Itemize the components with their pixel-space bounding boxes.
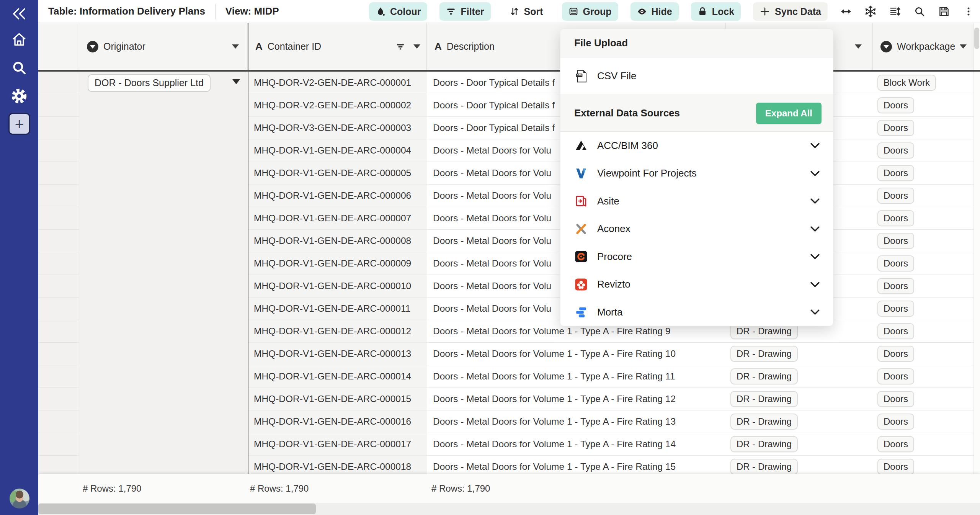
chevron-down-icon[interactable]	[810, 281, 820, 288]
cell-container-id[interactable]: MHQ-DOR-V1-GEN-DE-ARC-000005	[248, 162, 427, 185]
workpackage-chip[interactable]: Doors	[877, 210, 914, 226]
data-source-item[interactable]: ACC/BIM 360	[560, 132, 833, 160]
cell-workpackage[interactable]: Doors	[873, 410, 973, 433]
vertical-scrollbar[interactable]	[973, 23, 980, 474]
active-filter-icon[interactable]	[396, 42, 405, 54]
workpackage-chip[interactable]: Doors	[877, 255, 914, 271]
data-source-item[interactable]: Revizto	[560, 271, 833, 299]
row-height-icon[interactable]	[889, 5, 901, 18]
data-source-item[interactable]: Viewpoint For Projects	[560, 160, 833, 188]
search-icon[interactable]	[0, 58, 38, 77]
table-row[interactable]: MHQ-DOR-V1-GEN-DE-ARC-000012 Doors - Met…	[38, 320, 980, 343]
sync-data-button[interactable]: Sync Data	[753, 2, 828, 21]
column-width-icon[interactable]	[840, 5, 852, 18]
column-header-workpackage[interactable]: Workpackage	[873, 23, 973, 70]
cell-container-id[interactable]: MHQ-DOR-V1-GEN-DE-ARC-000016	[248, 410, 427, 433]
table-row[interactable]: MHQ-DOR-V1-GEN-DE-ARC-000004 Doors - Met…	[38, 139, 980, 162]
workpackage-chip[interactable]: Doors	[877, 368, 914, 384]
cell-document-type[interactable]: DR - Drawing	[726, 343, 873, 365]
table-row[interactable]: MHQ-DOR-V1-GEN-DE-ARC-000010 Doors - Met…	[38, 275, 980, 298]
cell-container-id[interactable]: MHQ-DOR-V1-GEN-DE-ARC-000004	[248, 139, 427, 162]
workpackage-chip[interactable]: Doors	[877, 120, 914, 136]
vertical-scrollbar-thumb[interactable]	[974, 28, 979, 49]
table-row[interactable]: MHQ-DOR-V1-GEN-DE-ARC-000017 Doors - Met…	[38, 433, 980, 456]
workpackage-chip[interactable]: Doors	[877, 459, 914, 475]
cell-workpackage[interactable]: Doors	[873, 94, 973, 117]
data-source-item[interactable]: Asite	[560, 187, 833, 215]
column-menu-caret-icon[interactable]	[960, 44, 967, 49]
cell-container-id[interactable]: MHQ-DOR-V2-GEN-DE-ARC-000001	[248, 72, 427, 94]
hide-button[interactable]: Hide	[630, 2, 679, 21]
column-header-container-id[interactable]: A Container ID	[248, 23, 427, 70]
cell-container-id[interactable]: MHQ-DOR-V1-GEN-DE-ARC-000006	[248, 185, 427, 207]
chevron-down-icon[interactable]	[810, 170, 820, 177]
table-row[interactable]: MHQ-DOR-V1-GEN-DE-ARC-000007 Doors - Met…	[38, 207, 980, 230]
cell-workpackage[interactable]: Doors	[873, 298, 973, 320]
workpackage-chip[interactable]: Doors	[877, 391, 914, 407]
table-row[interactable]: MHQ-DOR-V3-GEN-DE-ARC-000003 Doors - Doo…	[38, 117, 980, 139]
horizontal-scrollbar-thumb[interactable]	[38, 504, 316, 514]
sort-button[interactable]: Sort	[503, 2, 550, 21]
workpackage-chip[interactable]: Doors	[877, 97, 914, 113]
cell-container-id[interactable]: MHQ-DOR-V1-GEN-DE-ARC-000007	[248, 207, 427, 230]
workpackage-chip[interactable]: Doors	[877, 278, 914, 294]
document-type-chip[interactable]: DR - Drawing	[730, 436, 798, 452]
cell-document-type[interactable]: DR - Drawing	[726, 433, 873, 456]
cell-container-id[interactable]: MHQ-DOR-V1-GEN-DE-ARC-000017	[248, 433, 427, 456]
document-type-chip[interactable]: DR - Drawing	[730, 459, 798, 475]
data-source-item[interactable]: Aconex	[560, 215, 833, 243]
cell-workpackage[interactable]: Doors	[873, 388, 973, 410]
table-row[interactable]: MHQ-DOR-V1-GEN-DE-ARC-000013 Doors - Met…	[38, 343, 980, 365]
table-row[interactable]: MHQ-DOR-V1-GEN-DE-ARC-000006 Doors - Met…	[38, 185, 980, 207]
workpackage-chip[interactable]: Doors	[877, 436, 914, 452]
cell-container-id[interactable]: MHQ-DOR-V1-GEN-DE-ARC-000013	[248, 343, 427, 365]
document-type-chip[interactable]: DR - Drawing	[730, 414, 798, 430]
column-menu-caret-icon[interactable]	[413, 44, 420, 49]
cell-workpackage[interactable]: Block Work	[873, 72, 973, 94]
data-source-item[interactable]: Procore	[560, 243, 833, 271]
chevron-down-icon[interactable]	[810, 253, 820, 260]
workpackage-chip[interactable]: Block Work	[877, 75, 936, 91]
workpackage-chip[interactable]: Doors	[877, 188, 914, 204]
cell-workpackage[interactable]: Doors	[873, 343, 973, 365]
cell-workpackage[interactable]: Doors	[873, 275, 973, 298]
cell-workpackage[interactable]: Doors	[873, 230, 973, 252]
column-menu-caret-icon[interactable]	[855, 44, 862, 49]
freeze-icon[interactable]	[864, 5, 877, 18]
colour-button[interactable]: Colour	[369, 2, 428, 21]
cell-document-type[interactable]: DR - Drawing	[726, 410, 873, 433]
csv-file-item[interactable]: CSV CSV File	[560, 57, 833, 95]
cell-workpackage[interactable]: Doors	[873, 117, 973, 139]
workpackage-chip[interactable]: Doors	[877, 346, 914, 362]
collapse-sidebar-icon[interactable]	[0, 5, 38, 23]
expand-all-button[interactable]: Expand All	[756, 103, 822, 124]
group-button[interactable]: Group	[562, 2, 618, 21]
chevron-down-icon[interactable]	[810, 309, 820, 316]
horizontal-scrollbar[interactable]	[38, 503, 980, 515]
cell-document-type[interactable]: DR - Drawing	[726, 365, 873, 388]
cell-workpackage[interactable]: Doors	[873, 162, 973, 185]
cell-description[interactable]: Doors - Metal Doors for Volume 1 - Type …	[427, 388, 726, 410]
document-type-chip[interactable]: DR - Drawing	[730, 368, 798, 384]
workpackage-chip[interactable]: Doors	[877, 301, 914, 317]
workpackage-chip[interactable]: Doors	[877, 233, 914, 249]
cell-workpackage[interactable]: Doors	[873, 252, 973, 275]
cell-container-id[interactable]: MHQ-DOR-V1-GEN-DE-ARC-000010	[248, 275, 427, 298]
table-row[interactable]: MHQ-DOR-V1-GEN-DE-ARC-000008 Doors - Met…	[38, 230, 980, 252]
chevron-down-icon[interactable]	[810, 198, 820, 204]
cell-workpackage[interactable]: Doors	[873, 139, 973, 162]
cell-workpackage[interactable]: Doors	[873, 207, 973, 230]
chevron-down-icon[interactable]	[810, 142, 820, 149]
workpackage-chip[interactable]: Doors	[877, 414, 914, 430]
workpackage-chip[interactable]: Doors	[877, 142, 914, 159]
user-avatar[interactable]	[10, 489, 29, 508]
cell-container-id[interactable]: MHQ-DOR-V1-GEN-DE-ARC-000008	[248, 230, 427, 252]
lock-button[interactable]: Lock	[691, 2, 741, 21]
cell-document-type[interactable]: DR - Drawing	[726, 388, 873, 410]
home-icon[interactable]	[0, 30, 38, 49]
column-header-originator[interactable]: Originator	[79, 23, 248, 70]
chevron-down-icon[interactable]	[810, 226, 820, 232]
cell-container-id[interactable]: MHQ-DOR-V2-GEN-DE-ARC-000002	[248, 94, 427, 117]
cell-description[interactable]: Doors - Metal Doors for Volume 1 - Type …	[427, 365, 726, 388]
cell-container-id[interactable]: MHQ-DOR-V3-GEN-DE-ARC-000003	[248, 117, 427, 139]
